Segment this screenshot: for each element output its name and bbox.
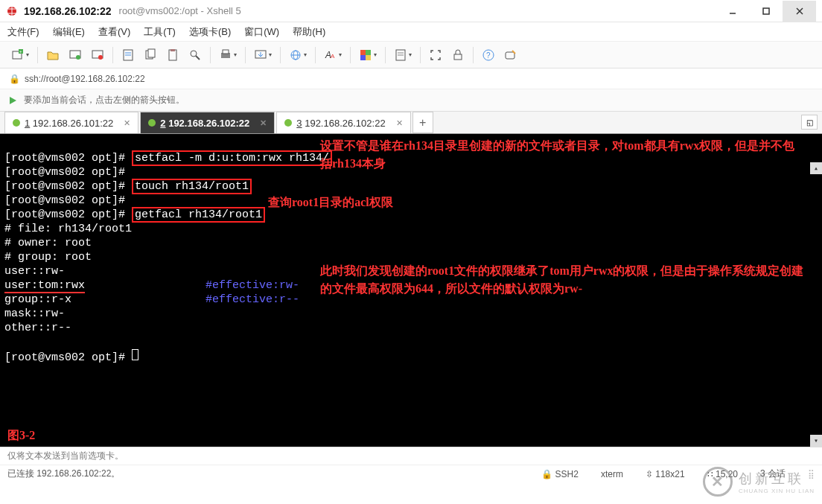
svg-rect-2: [763, 8, 769, 14]
status-dot-icon: [148, 119, 156, 127]
svg-text:A: A: [331, 53, 335, 60]
paste-button[interactable]: [162, 45, 183, 66]
status-dot-icon: [284, 119, 292, 127]
close-icon[interactable]: ✕: [260, 118, 267, 128]
svg-rect-39: [506, 52, 514, 59]
annotation-3: 此时我们发现创建的root1文件的权限继承了tom用户rwx的权限，但是由于操作…: [320, 262, 804, 298]
close-button[interactable]: [783, 1, 816, 22]
globe-button[interactable]: ▾: [285, 45, 310, 66]
transfer-button[interactable]: ▾: [250, 45, 275, 66]
tab-2[interactable]: 2 192.168.26.102:22 ✕: [140, 112, 275, 133]
compose-bar[interactable]: 仅将文本发送到当前选项卡。: [0, 447, 822, 465]
print-button[interactable]: ▾: [215, 45, 240, 66]
menu-edit[interactable]: 编辑(E): [53, 25, 85, 39]
menu-tabs[interactable]: 选项卡(B): [189, 25, 231, 39]
close-icon[interactable]: ✕: [124, 118, 130, 128]
properties-button[interactable]: [118, 45, 138, 66]
svg-rect-22: [223, 50, 229, 54]
svg-rect-30: [366, 50, 371, 55]
title-path: root@vms002:/opt - Xshell 5: [119, 5, 241, 16]
svg-line-20: [196, 56, 200, 60]
open-button[interactable]: [42, 45, 63, 66]
svg-rect-36: [454, 54, 462, 60]
lock-button[interactable]: [447, 45, 468, 66]
menu-file[interactable]: 文件(F): [7, 25, 39, 39]
maximize-button[interactable]: [749, 1, 783, 22]
compose-button[interactable]: [500, 45, 521, 66]
address-url[interactable]: ssh://root@192.168.26.102:22: [25, 74, 145, 84]
svg-rect-17: [169, 50, 176, 60]
menu-view[interactable]: 查看(V): [98, 25, 130, 39]
font-button[interactable]: AA▾: [320, 45, 345, 66]
scrollbar[interactable]: ▴ ▾: [810, 134, 822, 447]
svg-rect-16: [148, 49, 155, 57]
svg-point-19: [191, 51, 197, 57]
scroll-up-icon[interactable]: ▴: [810, 162, 822, 174]
status-ssh: 🔒 SSH2: [541, 469, 579, 479]
tab-1[interactable]: 1 192.168.26.101:22 ✕: [4, 112, 138, 133]
status-connection: 已连接 192.168.26.102:22。: [7, 468, 120, 480]
svg-rect-31: [360, 55, 366, 60]
watermark: ✕ 创新互联 CHUANG XIN HU LIAN: [703, 467, 815, 497]
svg-rect-32: [366, 55, 371, 60]
menu-tools[interactable]: 工具(T): [144, 25, 176, 39]
watermark-logo-icon: ✕: [703, 467, 733, 497]
titlebar: 192.168.26.102:22 root@vms002:/opt - Xsh…: [0, 0, 822, 22]
disconnect-button[interactable]: [87, 45, 108, 66]
status-term: xterm: [601, 469, 623, 479]
svg-point-11: [98, 55, 103, 60]
status-dot-icon: [13, 119, 20, 127]
add-tab-button[interactable]: +: [412, 112, 433, 133]
copy-button[interactable]: [140, 45, 161, 66]
address-bar: 🔒 ssh://root@192.168.26.102:22: [0, 68, 822, 89]
scroll-down-icon[interactable]: ▾: [810, 435, 822, 447]
add-session-icon[interactable]: [7, 95, 18, 106]
lock-icon: 🔒: [9, 74, 20, 84]
svg-point-9: [76, 55, 80, 60]
script-button[interactable]: ▾: [390, 45, 415, 66]
svg-rect-29: [360, 50, 366, 55]
app-icon: [6, 5, 18, 17]
new-session-button[interactable]: +▾: [7, 45, 33, 66]
info-bar: 要添加当前会话，点击左侧的箭头按钮。: [0, 89, 822, 112]
terminal[interactable]: [root@vms002 opt]# setfacl -m d:u:tom:rw…: [0, 134, 822, 447]
svg-marker-40: [10, 97, 16, 104]
toolbar: +▾ ▾ ▾ ▾ AA▾ ▾ ▾ ?: [0, 42, 822, 68]
highlighted-command: setfacl -m d:u:tom:rwx rh134/: [132, 150, 332, 166]
figure-label: 图3-2: [7, 428, 35, 442]
cursor: [132, 349, 138, 360]
status-size: ⇳ 118x21: [646, 469, 685, 479]
find-button[interactable]: [185, 45, 206, 66]
annotation-2: 查询root1目录的acl权限: [268, 194, 393, 211]
status-bar: 已连接 192.168.26.102:22。 🔒 SSH2 xterm ⇳ 11…: [0, 465, 822, 482]
svg-text:+: +: [19, 49, 22, 54]
tab-maximize-button[interactable]: ◱: [801, 115, 818, 130]
highlighted-command: touch rh134/root1: [132, 179, 252, 194]
minimize-button[interactable]: [716, 1, 749, 22]
info-text: 要添加当前会话，点击左侧的箭头按钮。: [24, 94, 185, 106]
svg-text:?: ?: [486, 51, 491, 60]
reconnect-button[interactable]: [65, 45, 86, 66]
window-controls: [716, 1, 816, 22]
svg-rect-18: [171, 49, 175, 51]
help-button[interactable]: ?: [478, 45, 499, 66]
fullscreen-button[interactable]: [425, 45, 446, 66]
highlighted-command: getfacl rh134/root1: [132, 207, 265, 223]
close-icon[interactable]: ✕: [396, 118, 403, 128]
tab-3[interactable]: 3 192.168.26.102:22 ✕: [276, 112, 410, 133]
menubar: 文件(F) 编辑(E) 查看(V) 工具(T) 选项卡(B) 窗口(W) 帮助(…: [0, 22, 822, 42]
annotation-1: 设置不管是谁在rh134目录里创建的新的文件或者目录，对tom都具有rwx权限，…: [320, 137, 804, 173]
session-tabs: 1 192.168.26.101:22 ✕ 2 192.168.26.102:2…: [0, 112, 822, 134]
menu-window[interactable]: 窗口(W): [244, 25, 279, 39]
color-button[interactable]: ▾: [355, 45, 380, 66]
title-address: 192.168.26.102:22: [24, 5, 112, 17]
menu-help[interactable]: 帮助(H): [293, 25, 325, 39]
